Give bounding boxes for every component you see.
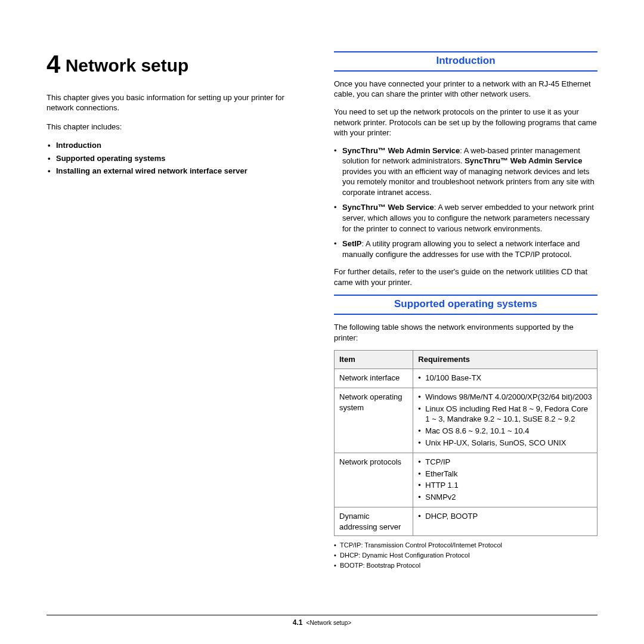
toc-item: Introduction — [47, 140, 310, 151]
req-bullet: Unix HP-UX, Solaris, SunOS, SCO UNIX — [418, 438, 592, 448]
intro-bullet: SetIP: A utility program allowing you to… — [334, 239, 597, 259]
req-bullet: Windows 98/Me/NT 4.0/2000/XP(32/64 bit)/… — [418, 392, 592, 402]
requirements-table: Item Requirements Network interface10/10… — [334, 350, 597, 536]
right-column: Introduction Once you have connected you… — [334, 48, 597, 571]
page-footer: 4.1 <Network setup> — [47, 615, 597, 627]
cell-requirements: DHCP, BOOTP — [413, 507, 597, 536]
intro-p3: For further details, refer to the user's… — [334, 267, 597, 287]
cell-requirements: TCP/IPEtherTalkHTTP 1.1SNMPv2 — [413, 453, 597, 507]
footnotes: TCP/IP: Transmission Control Protocol/In… — [334, 541, 597, 570]
toc-item: Supported operating systems — [47, 153, 310, 164]
page-number: 4.1 — [293, 618, 303, 627]
footnote: BOOTP: Bootstrap Protocol — [334, 561, 597, 570]
req-bullet: Linux OS including Red Hat 8 ~ 9, Fedora… — [418, 404, 592, 425]
bullet-text: : A utility program allowing you to sele… — [342, 239, 580, 259]
bullet-bold: SyncThru™ Web Admin Service — [342, 146, 460, 155]
intro-bullet: SyncThru™ Web Admin Service: A web-based… — [334, 145, 597, 198]
chapter-intro: This chapter gives you basic information… — [47, 92, 310, 113]
bullet-bold: SetIP — [342, 239, 362, 248]
req-bullet: SNMPv2 — [418, 492, 592, 503]
req-bullet: TCP/IP — [418, 457, 592, 467]
cell-item: Network operating system — [335, 388, 413, 453]
cell-item: Network protocols — [335, 453, 413, 507]
cell-requirements: 10/100 Base-TX — [413, 369, 597, 388]
page-crumb: <Network setup> — [306, 620, 352, 626]
includes-label: This chapter includes: — [47, 122, 310, 132]
table-row: Network operating systemWindows 98/Me/NT… — [335, 388, 597, 453]
th-item: Item — [335, 351, 413, 369]
chapter-number: 4 — [47, 50, 60, 78]
footnote: TCP/IP: Transmission Control Protocol/In… — [334, 541, 597, 550]
section-heading-supported: Supported operating systems — [334, 295, 597, 315]
footnote: DHCP: Dynamic Host Configuration Protoco… — [334, 551, 597, 560]
intro-p1: Once you have connected your printer to … — [334, 79, 597, 100]
req-bullet: EtherTalk — [418, 469, 592, 479]
cell-item: Network interface — [335, 369, 413, 388]
toc-item: Installing an external wired network int… — [47, 166, 310, 177]
chapter-title: 4 Network setup — [47, 48, 310, 82]
left-column: 4 Network setup This chapter gives you b… — [47, 48, 310, 571]
table-row: Network interface10/100 Base-TX — [335, 369, 597, 388]
section-heading-introduction: Introduction — [334, 51, 597, 72]
bullet-bold2: SyncThru™ Web Admin Service — [465, 156, 582, 165]
table-row: Network protocolsTCP/IPEtherTalkHTTP 1.1… — [335, 453, 597, 507]
intro-p2: You need to set up the network protocols… — [334, 107, 597, 138]
req-bullet: HTTP 1.1 — [418, 480, 592, 491]
supported-intro: The following table shows the network en… — [334, 322, 597, 343]
bullet-bold: SyncThru™ Web Service — [342, 203, 434, 212]
req-bullet: DHCP, BOOTP — [418, 511, 592, 522]
chapter-title-text: Network setup — [66, 55, 189, 75]
toc-list: Introduction Supported operating systems… — [47, 140, 310, 177]
cell-requirements: Windows 98/Me/NT 4.0/2000/XP(32/64 bit)/… — [413, 388, 597, 453]
intro-bullets: SyncThru™ Web Admin Service: A web-based… — [334, 145, 597, 259]
cell-item: Dynamic addressing server — [335, 507, 413, 536]
req-bullet: 10/100 Base-TX — [418, 373, 592, 383]
bullet-text2: provides you with an efficient way of ma… — [342, 167, 595, 197]
th-requirements: Requirements — [413, 351, 597, 369]
table-row: Dynamic addressing serverDHCP, BOOTP — [335, 507, 597, 536]
req-bullet: Mac OS 8.6 ~ 9.2, 10.1 ~ 10.4 — [418, 426, 592, 436]
intro-bullet: SyncThru™ Web Service: A web server embe… — [334, 202, 597, 234]
